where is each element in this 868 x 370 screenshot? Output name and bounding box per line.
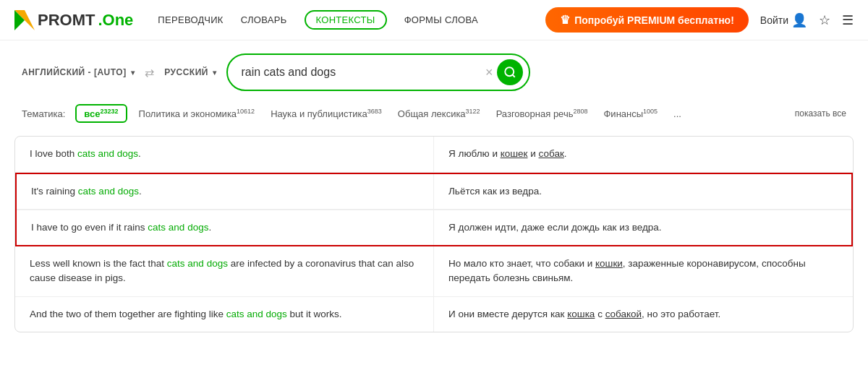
logo[interactable]: PROMT.One bbox=[14, 10, 133, 30]
filters-label: Тематика: bbox=[22, 108, 65, 119]
nav-contexts[interactable]: КОНТЕКСТЫ bbox=[305, 10, 387, 30]
search-submit-button[interactable] bbox=[497, 59, 523, 85]
filter-general[interactable]: Общая лексика3122 bbox=[393, 106, 485, 121]
highlight: cats and dogs bbox=[226, 309, 287, 319]
table-row: Less well known is the fact that cats an… bbox=[15, 246, 853, 297]
highlight: cats and dogs bbox=[167, 258, 228, 269]
logo-text-promt: PROMT bbox=[38, 11, 95, 30]
table-row: It's raining cats and dogs. Льётся как и… bbox=[17, 174, 851, 210]
target-cell: Но мало кто знает, что собаки и кошки, з… bbox=[434, 246, 853, 296]
source-cell: I have to go even if it rains cats and d… bbox=[17, 210, 434, 245]
bookmark-button[interactable]: ☆ bbox=[819, 12, 830, 28]
filter-more[interactable]: ... bbox=[669, 106, 686, 121]
svg-line-3 bbox=[513, 74, 515, 77]
target-lang-chevron-icon: ▾ bbox=[213, 69, 217, 77]
search-box: × bbox=[226, 53, 530, 91]
source-cell: Less well known is the fact that cats an… bbox=[15, 246, 434, 296]
target-lang-label: РУССКИЙ bbox=[164, 67, 208, 77]
login-label: Войти bbox=[760, 14, 788, 26]
highlight: cats and dogs bbox=[77, 148, 138, 159]
filter-colloquial[interactable]: Разговорная речь2808 bbox=[492, 106, 592, 121]
header-right: ♛ Попробуй PREMIUM бесплатно! Войти 👤 ☆ … bbox=[545, 7, 854, 33]
target-cell: Я люблю и кошек и собак. bbox=[434, 137, 853, 171]
menu-button[interactable]: ☰ bbox=[842, 12, 854, 28]
hamburger-icon: ☰ bbox=[842, 13, 854, 27]
filter-science[interactable]: Наука и публицистика3683 bbox=[266, 106, 386, 121]
show-all-link[interactable]: показать все bbox=[795, 108, 846, 119]
table-row: I have to go even if it rains cats and d… bbox=[17, 210, 851, 245]
target-cell: Льётся как из ведра. bbox=[434, 174, 851, 209]
source-lang-label: АНГЛИЙСКИЙ - [AUTO] bbox=[22, 67, 127, 77]
filter-all[interactable]: все23232 bbox=[75, 104, 127, 123]
bookmark-icon: ☆ bbox=[819, 13, 830, 27]
nav-dictionary[interactable]: СЛОВАРЬ bbox=[241, 14, 287, 25]
user-icon: 👤 bbox=[791, 12, 807, 28]
table-row: And the two of them together are fightin… bbox=[15, 297, 853, 332]
logo-text-one: .One bbox=[98, 11, 133, 30]
target-cell: Я должен идти, даже если дождь как из ве… bbox=[434, 210, 851, 245]
nav-word-forms[interactable]: ФОРМЫ СЛОВА bbox=[404, 14, 478, 25]
source-cell: And the two of them together are fightin… bbox=[15, 297, 434, 332]
target-language-selector[interactable]: РУССКИЙ ▾ bbox=[164, 67, 216, 77]
source-lang-chevron-icon: ▾ bbox=[131, 69, 135, 77]
filter-politics[interactable]: Политика и экономика10612 bbox=[135, 106, 260, 121]
crown-icon: ♛ bbox=[560, 13, 570, 27]
search-area: АНГЛИЙСКИЙ - [AUTO] ▾ ⇄ РУССКИЙ ▾ × bbox=[0, 40, 868, 98]
highlight: cats and dogs bbox=[78, 186, 139, 197]
premium-label: Попробуй PREMIUM бесплатно! bbox=[574, 14, 734, 26]
main-nav: ПЕРЕВОДЧИК СЛОВАРЬ КОНТЕКСТЫ ФОРМЫ СЛОВА bbox=[158, 10, 478, 30]
search-icon bbox=[503, 66, 516, 79]
header: PROMT.One ПЕРЕВОДЧИК СЛОВАРЬ КОНТЕКСТЫ Ф… bbox=[0, 0, 868, 40]
filter-finance[interactable]: Финансы1005 bbox=[599, 106, 662, 121]
premium-button[interactable]: ♛ Попробуй PREMIUM бесплатно! bbox=[545, 7, 749, 33]
results-container: I love both cats and dogs. Я люблю и кош… bbox=[14, 136, 854, 332]
highlight: cats and dogs bbox=[148, 222, 208, 233]
search-input[interactable] bbox=[241, 66, 480, 79]
source-cell: It's raining cats and dogs. bbox=[17, 174, 434, 209]
target-cell: И они вместе дерутся как кошка с собакой… bbox=[434, 297, 853, 332]
search-clear-button[interactable]: × bbox=[485, 66, 493, 79]
source-cell: I love both cats and dogs. bbox=[15, 137, 434, 171]
source-language-selector[interactable]: АНГЛИЙСКИЙ - [AUTO] ▾ bbox=[22, 67, 135, 77]
logo-icon bbox=[14, 10, 35, 30]
swap-languages-icon[interactable]: ⇄ bbox=[145, 66, 154, 79]
red-group: It's raining cats and dogs. Льётся как и… bbox=[15, 173, 853, 247]
login-button[interactable]: Войти 👤 bbox=[760, 12, 807, 28]
nav-translator[interactable]: ПЕРЕВОДЧИК bbox=[158, 14, 223, 25]
filters: Тематика: все23232 Политика и экономика1… bbox=[0, 98, 868, 130]
table-row: I love both cats and dogs. Я люблю и кош… bbox=[15, 137, 853, 172]
svg-point-2 bbox=[506, 67, 514, 76]
